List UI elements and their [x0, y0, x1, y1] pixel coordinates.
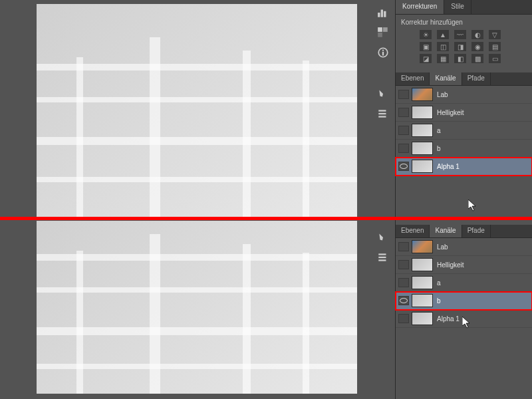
tab-ebenen[interactable]: Ebenen	[396, 72, 430, 85]
channel-row[interactable]: Alpha 1	[396, 158, 532, 176]
visibility-eye-icon[interactable]	[398, 144, 409, 153]
swatches-icon[interactable]	[374, 25, 392, 40]
svg-rect-4	[383, 27, 388, 32]
channels-panel-bottom: Ebenen Kanäle Pfade LabHelligkeitabAlpha…	[396, 225, 532, 328]
channel-row[interactable]: Lab	[396, 238, 532, 256]
vertical-toolbar-lower	[370, 225, 396, 265]
channel-thumbnail	[412, 258, 433, 271]
svg-rect-8	[382, 52, 383, 56]
channel-name: b	[437, 145, 441, 152]
channel-row[interactable]: a	[396, 274, 532, 292]
visibility-eye-icon[interactable]	[398, 296, 409, 305]
svg-point-7	[382, 50, 383, 51]
right-panels-lower: Ebenen Kanäle Pfade LabHelligkeitabAlpha…	[396, 225, 532, 328]
histogram-icon[interactable]	[374, 5, 392, 20]
brush-presets-icon-2[interactable]	[374, 230, 392, 245]
tab-kanaele-2[interactable]: Kanäle	[430, 225, 462, 237]
adjustments-panel: Korrektur hinzufügen ☀ ▲ 〰 ◐ ▽ ▣ ◫ ◨ ◉ ▤…	[396, 15, 532, 72]
svg-rect-3	[378, 27, 382, 32]
channel-thumbnail	[412, 276, 433, 289]
svg-rect-1	[380, 10, 382, 17]
channel-thumbnail	[412, 142, 433, 155]
canvas-image-bottom[interactable]	[37, 221, 357, 394]
hue-icon[interactable]: ▣	[420, 42, 432, 51]
channel-name: Lab	[437, 243, 448, 251]
svg-rect-11	[378, 116, 386, 117]
brush-settings-icon[interactable]	[374, 106, 392, 121]
channel-name: Helligkeit	[437, 261, 464, 269]
selective-icon[interactable]: ▩	[471, 54, 483, 63]
tab-pfade-2[interactable]: Pfade	[462, 225, 491, 237]
visibility-eye-icon[interactable]	[398, 90, 409, 99]
visibility-eye-icon[interactable]	[398, 126, 409, 135]
info-icon[interactable]	[374, 45, 392, 60]
channel-name: b	[437, 297, 441, 305]
visibility-eye-icon[interactable]	[398, 242, 409, 251]
visibility-eye-icon[interactable]	[398, 314, 409, 323]
channel-name: Helligkeit	[437, 109, 464, 116]
color-balance-icon[interactable]: ◫	[437, 42, 449, 51]
curves-icon[interactable]: 〰	[454, 30, 466, 39]
channel-row[interactable]: Alpha 1	[396, 310, 532, 328]
vibrance-icon[interactable]: ▽	[489, 30, 501, 39]
adjustments-tabs: Korrekturen Stile	[396, 0, 532, 15]
tab-pfade[interactable]: Pfade	[462, 72, 491, 85]
gradient-map-icon[interactable]: ▭	[489, 54, 501, 63]
right-panels: Korrekturen Stile Korrektur hinzufügen ☀…	[396, 0, 532, 399]
visibility-eye-icon[interactable]	[398, 278, 409, 287]
channel-name: Alpha 1	[437, 315, 460, 323]
svg-rect-5	[378, 33, 382, 37]
visibility-eye-icon[interactable]	[398, 260, 409, 269]
channel-row[interactable]: a	[396, 122, 532, 140]
channel-row[interactable]: b	[396, 140, 532, 158]
threshold-icon[interactable]: ◧	[454, 54, 466, 63]
tab-ebenen-2[interactable]: Ebenen	[396, 225, 430, 237]
channel-name: Alpha 1	[437, 163, 460, 170]
brush-settings-icon-2[interactable]	[374, 250, 392, 265]
channel-thumbnail	[412, 240, 433, 253]
channel-thumbnail	[412, 124, 433, 137]
vertical-toolbar	[370, 0, 396, 399]
canvas-area	[0, 0, 369, 399]
channel-name: a	[437, 279, 441, 287]
channel-thumbnail	[412, 160, 433, 173]
exposure-icon[interactable]: ◐	[471, 30, 483, 39]
svg-rect-14	[378, 259, 386, 261]
bw-icon[interactable]: ◨	[454, 42, 466, 51]
tab-korrekturen[interactable]: Korrekturen	[396, 0, 444, 14]
channel-thumbnail	[412, 106, 433, 119]
svg-rect-13	[378, 257, 386, 258]
channel-row[interactable]: b	[396, 292, 532, 310]
channel-row[interactable]: Helligkeit	[396, 104, 532, 122]
visibility-eye-icon[interactable]	[398, 108, 409, 117]
brightness-icon[interactable]: ☀	[420, 30, 432, 39]
channels-panel-top: Ebenen Kanäle Pfade LabHelligkeitabAlpha…	[396, 72, 532, 202]
adjustments-title: Korrektur hinzufügen	[401, 19, 527, 26]
svg-rect-0	[378, 13, 380, 17]
tab-kanaele[interactable]: Kanäle	[430, 72, 462, 85]
posterize-icon[interactable]: ▦	[437, 54, 449, 63]
svg-rect-10	[378, 113, 386, 114]
svg-rect-9	[378, 110, 386, 111]
channel-mixer-icon[interactable]: ▤	[489, 42, 501, 51]
brush-presets-icon[interactable]	[374, 86, 392, 101]
levels-icon[interactable]: ▲	[437, 30, 449, 39]
channel-name: a	[437, 127, 441, 134]
canvas-image-top[interactable]	[37, 4, 357, 217]
channel-name: Lab	[437, 91, 448, 98]
svg-rect-2	[384, 11, 386, 17]
visibility-eye-icon[interactable]	[398, 162, 409, 171]
channel-row[interactable]: Helligkeit	[396, 256, 532, 274]
channel-thumbnail	[412, 88, 433, 101]
channel-thumbnail	[412, 294, 433, 307]
tab-stile[interactable]: Stile	[444, 0, 471, 14]
photo-filter-icon[interactable]: ◉	[471, 42, 483, 51]
svg-rect-12	[378, 253, 386, 255]
comparison-divider	[0, 217, 532, 220]
channel-row[interactable]: Lab	[396, 86, 532, 104]
channel-thumbnail	[412, 312, 433, 325]
invert-icon[interactable]: ◪	[420, 54, 432, 63]
